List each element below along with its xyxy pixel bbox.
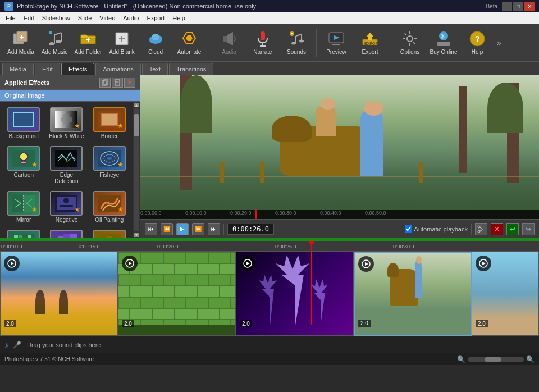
cut-button[interactable] [475, 223, 487, 235]
effect-mirror[interactable]: ★ Mirror [3, 189, 44, 225]
add-music-icon [45, 30, 63, 48]
redo-button[interactable]: ↪ [522, 223, 535, 235]
tab-text[interactable]: Text [142, 63, 168, 75]
add-folder-button[interactable]: Add Folder [72, 26, 104, 59]
effects-grid: Background ★ Black & White ★ [0, 102, 133, 238]
automate-button[interactable]: Automate [173, 26, 205, 59]
clip-4-icon [358, 256, 374, 272]
zoom-out-button[interactable]: 🔍 [457, 355, 465, 363]
svg-line-45 [405, 34, 407, 36]
options-icon [401, 30, 419, 48]
clip-1-duration: 5.0 secs [1, 335, 117, 336]
clips-playhead [311, 252, 312, 325]
effect-bw-label: Black & White [49, 133, 84, 139]
menu-video[interactable]: Video [96, 13, 118, 22]
skip-start-button[interactable]: ⏮ [145, 223, 157, 235]
play-pause-button[interactable]: ▶ [176, 223, 189, 235]
svg-rect-22 [223, 36, 227, 42]
svg-rect-49 [437, 42, 450, 46]
svg-rect-81 [19, 235, 22, 238]
confirm-button[interactable]: ↩ [506, 223, 519, 235]
effect-cartoon[interactable]: ★ Cartoon [3, 144, 44, 186]
menu-audio[interactable]: Audio [120, 13, 142, 22]
svg-point-65 [20, 153, 28, 161]
svg-line-8 [54, 33, 61, 35]
step-forward-button[interactable]: ⏩ [192, 223, 204, 235]
buy-online-button[interactable]: $ Buy Online [427, 26, 460, 59]
tab-effects[interactable]: Effects [61, 63, 94, 75]
export-button[interactable]: EXPORT Export [354, 26, 386, 59]
svg-rect-95 [70, 234, 77, 238]
zoom-in-button[interactable]: 🔍 [526, 355, 535, 363]
minimize-button[interactable]: — [502, 2, 512, 11]
options-button[interactable]: Options [394, 26, 426, 59]
tab-media[interactable]: Media [2, 63, 34, 75]
status-text: PhotoStage v 7.51 © NCH Software [4, 356, 94, 362]
effect-mirror-thumb: ★ [7, 191, 40, 216]
effect-edge-thumb [50, 146, 83, 171]
toolbar-separator-1 [209, 29, 209, 57]
narrate-button[interactable]: Narrate [246, 26, 279, 59]
sounds-button[interactable]: Sounds [280, 26, 313, 59]
effect-pixelate[interactable]: ★ Pixelate [3, 227, 44, 238]
buy-online-icon: $ [435, 30, 453, 48]
add-media-icon [12, 30, 30, 48]
clip-5[interactable]: 2.0 [472, 252, 539, 336]
svg-rect-57 [12, 111, 35, 128]
effect-background-thumb [7, 107, 40, 132]
menu-slide[interactable]: Slide [75, 13, 95, 22]
effect-negative-label: Negative [56, 217, 77, 223]
tab-animations[interactable]: Animations [95, 63, 140, 75]
more-tools-button[interactable]: » [495, 36, 504, 49]
effect-negative-thumb: ★ [50, 191, 83, 216]
zoom-track[interactable] [468, 357, 524, 362]
svg-rect-94 [63, 234, 70, 238]
step-back-button[interactable]: ⏪ [161, 223, 173, 235]
effect-edge[interactable]: Edge Detection [46, 144, 86, 186]
effect-mirror-label: Mirror [16, 217, 31, 223]
add-media-button[interactable]: Add Media [4, 26, 37, 59]
effect-posterize[interactable]: Posterize [46, 227, 86, 238]
menu-slideshow[interactable]: Slideshow [39, 13, 74, 22]
audio-button[interactable]: Audio [213, 26, 245, 59]
maximize-button[interactable]: □ [513, 2, 523, 11]
auto-playback-checkbox[interactable]: Automatic playback [405, 225, 468, 233]
clip-1[interactable]: 2.0 5.0 secs [0, 252, 118, 336]
clip-3[interactable]: 2.0 5.0 secs [236, 252, 354, 336]
tab-edit[interactable]: Edit [35, 63, 60, 75]
add-blank-button[interactable]: Add Blank [106, 26, 138, 59]
applied-effects-paste-button[interactable] [112, 78, 123, 88]
skip-end-button[interactable]: ⏭ [208, 223, 220, 235]
menu-edit[interactable]: Edit [20, 13, 38, 22]
clip-4[interactable]: 2.0 5.0 secs [354, 252, 472, 336]
menu-export[interactable]: Export [143, 13, 168, 22]
delete-button[interactable]: ✕ [491, 223, 503, 235]
effect-background[interactable]: Background [3, 105, 44, 142]
effect-bw[interactable]: ★ Black & White [46, 105, 86, 142]
statusbar: PhotoStage v 7.51 © NCH Software 🔍 🔍 [0, 353, 539, 365]
zoom-thumb[interactable] [485, 357, 501, 362]
cloud-button[interactable]: Cloud [139, 26, 172, 59]
help-button[interactable]: ? Help [461, 26, 494, 59]
tab-transitions[interactable]: Transitions [169, 63, 213, 75]
menu-file[interactable]: File [2, 13, 19, 22]
auto-playback-check[interactable] [405, 225, 412, 233]
original-image-item[interactable]: Original Image [0, 90, 140, 101]
effect-border-label: Border [101, 133, 118, 139]
playback-separator [223, 224, 224, 235]
preview-button[interactable]: Preview [320, 26, 353, 59]
add-music-button[interactable]: Add Music [38, 26, 71, 59]
clip-2[interactable]: 2.0 5.0 secs [118, 252, 236, 336]
close-button[interactable]: ✕ [524, 2, 535, 11]
effect-sepia[interactable]: Sepia [89, 227, 130, 238]
applied-effects-close-button[interactable]: ✕ [124, 78, 135, 88]
effect-posterize-thumb [50, 230, 83, 238]
effect-negative[interactable]: ★ Negative [46, 189, 86, 225]
effect-fisheye[interactable]: ★ Fisheye [89, 144, 130, 186]
menu-help[interactable]: Help [169, 13, 189, 22]
applied-effects-copy-button[interactable] [99, 78, 111, 88]
effect-oil[interactable]: ★ Oil Painting [89, 189, 130, 225]
effects-scrollbar[interactable]: ▲ ▼ [133, 102, 140, 238]
effect-border[interactable]: ★ Border [89, 105, 130, 142]
clip-3-duration: 5.0 secs [236, 335, 353, 336]
